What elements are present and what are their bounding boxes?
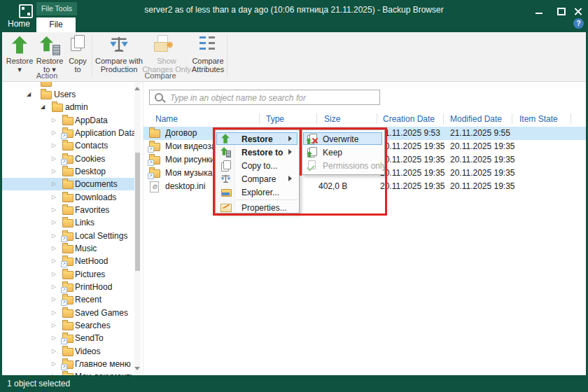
tree-item-partial: [2, 82, 134, 88]
expander-closed-icon[interactable]: ▷: [52, 296, 56, 302]
tree-item-downloads[interactable]: ▷ Downloads: [2, 191, 134, 204]
status-text: 1 object selected: [7, 375, 70, 392]
shortcut-arrow-icon: ↗: [148, 146, 154, 153]
tree-item-videos[interactable]: ▷ Videos: [2, 345, 134, 358]
tab-home[interactable]: Home: [6, 19, 32, 31]
expander-closed-icon[interactable]: ▷: [52, 348, 56, 354]
scrollbar-thumb[interactable]: [135, 153, 140, 271]
shortcut-arrow-icon: ↗: [61, 300, 67, 306]
scroll-down-icon[interactable]: [134, 367, 140, 373]
tree-item-pictures[interactable]: ▷ Pictures: [2, 268, 134, 281]
search-input[interactable]: [169, 91, 374, 105]
help-button[interactable]: ?: [573, 18, 584, 29]
menu-item-explorer[interactable]: Explorer...: [216, 186, 299, 199]
compare-attributes-button[interactable]: Compare Attributes: [189, 34, 227, 76]
expander-closed-icon[interactable]: ▷: [52, 168, 56, 174]
expander-closed-icon[interactable]: ▷: [52, 322, 56, 328]
expander-closed-icon[interactable]: ▷: [52, 360, 56, 367]
folder-shortcut-icon: ↗: [62, 155, 74, 164]
expander-closed-icon[interactable]: ▷: [52, 117, 56, 123]
tree-item-saved-games[interactable]: ▷ Saved Games: [2, 307, 134, 319]
tree-item-users[interactable]: ◢ Users: [2, 88, 134, 101]
submenu-item-permissions-only[interactable]: Permissions only: [302, 159, 384, 172]
folder-icon: [41, 91, 52, 99]
expander-closed-icon[interactable]: ▷: [52, 142, 56, 148]
expander-closed-icon[interactable]: ▷: [52, 309, 56, 316]
shortcut-arrow-icon: ↗: [61, 338, 67, 344]
expander-closed-icon[interactable]: ▷: [52, 284, 56, 290]
tree-item-nethood[interactable]: ▷ ↗ NetHood: [2, 255, 134, 267]
menu-separator: [236, 200, 298, 200]
folder-icon: [62, 206, 74, 215]
tree-item-recent[interactable]: ▷ ↗ Recent: [2, 293, 134, 306]
expander-closed-icon[interactable]: ▷: [52, 219, 56, 225]
expander-closed-icon[interactable]: ▷: [52, 206, 56, 213]
tree-item-music[interactable]: ▷ Music: [2, 242, 134, 255]
folder-icon: [62, 168, 74, 176]
submenu-item-overwrite[interactable]: Overwrite: [302, 132, 384, 146]
search-box[interactable]: [149, 90, 380, 105]
tree-item-glavnoe-menu[interactable]: ▷ ↗ Главное меню: [2, 358, 134, 370]
tree-item-printhood[interactable]: ▷ ↗ PrintHood: [2, 281, 134, 293]
close-button[interactable]: [570, 5, 587, 17]
show-changes-only-button[interactable]: Show Changes Only: [145, 34, 188, 76]
expander-closed-icon[interactable]: ▷: [52, 130, 56, 136]
minimize-button[interactable]: [531, 5, 547, 17]
tree-item-moi-dokumenty[interactable]: ▷ ↗ Мои документы: [2, 370, 134, 375]
menu-item-properties[interactable]: Properties...: [216, 201, 299, 214]
menu-item-copy-to[interactable]: Copy to...: [216, 159, 299, 172]
column-separator: [443, 113, 444, 124]
tree-item-appdata[interactable]: ▷ AppData: [2, 114, 134, 127]
menu-item-restore[interactable]: Restore: [216, 132, 299, 146]
tree-item-sendto[interactable]: ▷ ↗ SendTo: [2, 332, 134, 344]
backup-browser-window: File Tools server2 as of less than a day…: [0, 0, 588, 392]
copy-to-button[interactable]: Copy to: [65, 34, 90, 76]
column-header-creation-date[interactable]: Creation Date: [383, 114, 435, 124]
tree-item-application-data[interactable]: ▷ ↗ Application Data: [2, 127, 134, 139]
menu-item-compare[interactable]: Compare: [216, 172, 299, 186]
column-separator: [259, 113, 260, 124]
scroll-up-icon[interactable]: [134, 84, 140, 90]
shortcut-arrow-icon: ↗: [61, 261, 67, 267]
list-row-desktop-ini[interactable]: ⚙ desktop.ini 402,0 B 20.11.2025 19:35 2…: [144, 180, 586, 193]
compare-with-production-button[interactable]: Compare with Production: [94, 34, 144, 76]
tab-file[interactable]: File: [36, 18, 76, 32]
tree-item-local-settings[interactable]: ▷ ↗ Local Settings: [2, 230, 134, 242]
submenu-arrow-icon: [288, 176, 295, 181]
expander-closed-icon[interactable]: ▷: [52, 155, 56, 162]
tree-item-admin[interactable]: ◢ admin: [2, 101, 134, 113]
tree-item-desktop[interactable]: ▷ Desktop: [2, 165, 134, 178]
column-header-type[interactable]: Type: [266, 114, 284, 124]
submenu-item-keep[interactable]: Keep: [302, 146, 384, 159]
column-header-size[interactable]: Size: [324, 114, 340, 124]
tree-item-cookies[interactable]: ▷ ↗ Cookies: [2, 153, 134, 165]
tree-item-contacts[interactable]: ▷ Contacts: [2, 139, 134, 152]
tree-item-documents[interactable]: ▷ Documents: [2, 178, 134, 190]
menu-item-restore-to[interactable]: Restore to: [216, 146, 299, 159]
maximize-button[interactable]: [552, 5, 569, 17]
expander-closed-icon[interactable]: ▷: [52, 258, 56, 264]
expander-open-icon[interactable]: ◢: [41, 104, 45, 110]
folder-icon: [149, 130, 160, 138]
ribbon-group-action: Action: [4, 71, 90, 80]
tree-item-searches[interactable]: ▷ Searches: [2, 319, 134, 332]
expander-closed-icon[interactable]: ▷: [52, 335, 56, 341]
explorer-folder-icon: [220, 187, 232, 197]
column-header-modified-date[interactable]: Modified Date: [450, 114, 502, 124]
expander-closed-icon[interactable]: ▷: [52, 232, 56, 239]
shortcut-arrow-icon: ↗: [148, 160, 154, 166]
column-header-name[interactable]: Name: [155, 114, 178, 124]
expander-closed-icon[interactable]: ▷: [52, 181, 56, 187]
expander-open-icon[interactable]: ◢: [27, 91, 31, 97]
expander-closed-icon[interactable]: ▷: [52, 245, 56, 251]
column-separator: [316, 113, 317, 124]
column-header-item-state[interactable]: Item State: [519, 114, 558, 124]
search-icon: [155, 93, 163, 102]
tree-item-favorites[interactable]: ▷ Favorites: [2, 204, 134, 216]
copy-icon: [220, 160, 232, 171]
tree-scrollbar[interactable]: [134, 82, 141, 375]
expander-closed-icon[interactable]: ▷: [52, 194, 56, 200]
tree-item-links[interactable]: ▷ Links: [2, 216, 134, 229]
expander-closed-icon[interactable]: ▷: [52, 271, 56, 277]
folder-icon: [62, 309, 74, 318]
